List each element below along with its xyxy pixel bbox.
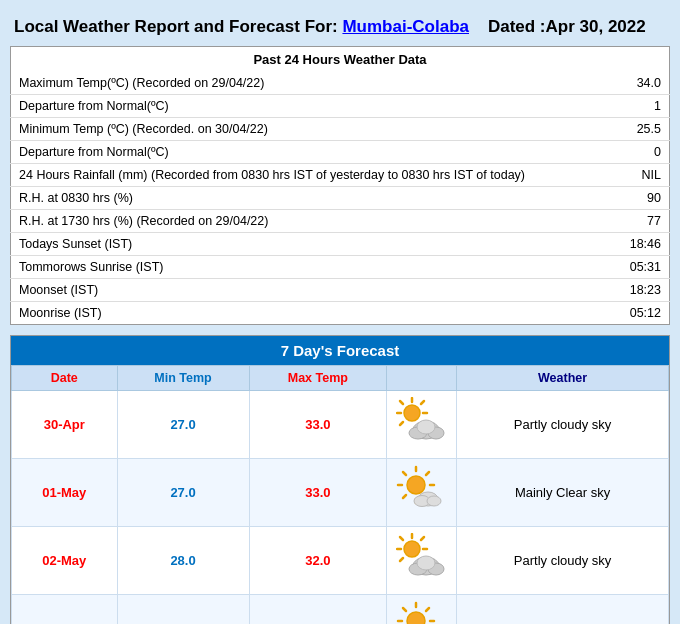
page-header: Local Weather Report and Forecast For: M… — [10, 10, 670, 46]
past24-value: 25.5 — [614, 118, 669, 141]
forecast-title: 7 Day's Forecast — [11, 336, 669, 365]
col-date: Date — [12, 366, 118, 391]
col-icon — [387, 366, 457, 391]
forecast-weather-icon — [387, 391, 457, 459]
past24-label: R.H. at 1730 hrs (%) (Recorded on 29/04/… — [11, 210, 615, 233]
forecast-min-temp: 28.0 — [117, 527, 249, 595]
forecast-max-temp: 32.0 — [249, 527, 387, 595]
forecast-date: 03-May — [12, 595, 118, 624]
past24-label: Minimum Temp (ºC) (Recorded. on 30/04/22… — [11, 118, 615, 141]
forecast-min-temp: 27.0 — [117, 595, 249, 624]
svg-line-26 — [421, 537, 424, 540]
svg-line-25 — [400, 537, 403, 540]
forecast-section: 7 Day's Forecast Date Min Temp Max Temp … — [10, 335, 670, 624]
svg-point-42 — [407, 612, 425, 624]
svg-line-2 — [400, 401, 403, 404]
forecast-min-temp: 27.0 — [117, 391, 249, 459]
past24-value: 90 — [614, 187, 669, 210]
svg-point-19 — [407, 476, 425, 494]
past24-label: Departure from Normal(ºC) — [11, 95, 615, 118]
past24-label: 24 Hours Rainfall (mm) (Recorded from 08… — [11, 164, 615, 187]
past24-value: 05:12 — [614, 302, 669, 325]
past24-label: R.H. at 0830 hrs (%) — [11, 187, 615, 210]
past24-value: 1 — [614, 95, 669, 118]
past24-value: NIL — [614, 164, 669, 187]
past24-label: Todays Sunset (IST) — [11, 233, 615, 256]
past24-value: 34.0 — [614, 72, 669, 95]
forecast-table: Date Min Temp Max Temp Weather 30-Apr27.… — [11, 365, 669, 624]
main-container: Local Weather Report and Forecast For: M… — [10, 10, 670, 624]
past24-label: Maximum Temp(ºC) (Recorded on 29/04/22) — [11, 72, 615, 95]
svg-point-6 — [404, 405, 420, 421]
col-max: Max Temp — [249, 366, 387, 391]
past24-value: 18:46 — [614, 233, 669, 256]
past24-label: Moonset (IST) — [11, 279, 615, 302]
svg-line-15 — [403, 472, 406, 475]
dated-label: Dated : — [488, 17, 546, 36]
forecast-max-temp: 33.0 — [249, 459, 387, 527]
forecast-max-temp: 33.0 — [249, 595, 387, 624]
svg-point-10 — [417, 420, 435, 434]
forecast-max-temp: 33.0 — [249, 391, 387, 459]
svg-point-29 — [404, 541, 420, 557]
past24-label: Departure from Normal(ºC) — [11, 141, 615, 164]
forecast-min-temp: 27.0 — [117, 459, 249, 527]
forecast-weather-desc: Partly cloudy sky — [457, 527, 669, 595]
forecast-weather-icon — [387, 459, 457, 527]
svg-line-27 — [400, 558, 403, 561]
col-weather: Weather — [457, 366, 669, 391]
forecast-weather-desc: Mainly Clear sky — [457, 595, 669, 624]
svg-line-3 — [421, 401, 424, 404]
forecast-date: 30-Apr — [12, 391, 118, 459]
svg-line-38 — [403, 608, 406, 611]
svg-line-17 — [403, 495, 406, 498]
forecast-weather-icon — [387, 595, 457, 624]
forecast-weather-desc: Partly cloudy sky — [457, 391, 669, 459]
svg-line-39 — [426, 608, 429, 611]
forecast-date: 01-May — [12, 459, 118, 527]
dated-value: Apr 30, 2022 — [546, 17, 646, 36]
past24-value: 77 — [614, 210, 669, 233]
past24-value: 18:23 — [614, 279, 669, 302]
forecast-weather-desc: Mainly Clear sky — [457, 459, 669, 527]
city-name: Mumbai-Colaba — [342, 17, 469, 36]
svg-point-33 — [417, 556, 435, 570]
past24-table: Past 24 Hours Weather Data Maximum Temp(… — [10, 46, 670, 325]
past24-value: 05:31 — [614, 256, 669, 279]
header-text: Local Weather Report and Forecast For: — [14, 17, 338, 36]
svg-line-16 — [426, 472, 429, 475]
past24-label: Tommorows Sunrise (IST) — [11, 256, 615, 279]
svg-line-4 — [400, 422, 403, 425]
svg-point-22 — [427, 496, 441, 506]
forecast-date: 02-May — [12, 527, 118, 595]
col-min: Min Temp — [117, 366, 249, 391]
past24-title: Past 24 Hours Weather Data — [11, 47, 670, 73]
forecast-weather-icon — [387, 527, 457, 595]
past24-value: 0 — [614, 141, 669, 164]
past24-label: Moonrise (IST) — [11, 302, 615, 325]
